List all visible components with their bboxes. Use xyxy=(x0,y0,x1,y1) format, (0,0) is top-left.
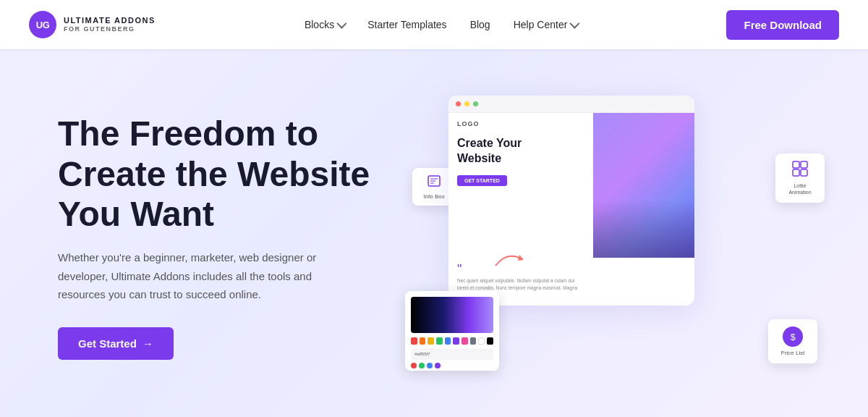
browser-cta-button: GET STARTED xyxy=(457,175,507,186)
circle-blue xyxy=(427,363,433,368)
swatch-red xyxy=(411,337,417,345)
chevron-down-icon xyxy=(336,19,346,29)
color-gradient-preview xyxy=(411,297,493,333)
swatch-yellow xyxy=(427,337,434,345)
circle-green xyxy=(419,363,425,368)
nav-blocks[interactable]: Blocks xyxy=(305,19,344,30)
browser-dot-yellow xyxy=(464,101,469,106)
arrow-decoration xyxy=(492,248,528,269)
price-list-icon: $ xyxy=(783,327,803,347)
color-hex-input[interactable]: #a855f7 xyxy=(411,348,493,360)
browser-dot-red xyxy=(456,101,461,106)
lottie-label: Lottie Animation xyxy=(786,182,814,195)
logo-text: ULTIMATE ADDONS FOR GUTENBERG xyxy=(64,16,156,33)
logo-line2: FOR GUTENBERG xyxy=(64,25,156,33)
color-hex-value: #a855f7 xyxy=(414,352,430,356)
swatch-white xyxy=(478,337,485,345)
color-swatches xyxy=(411,337,493,345)
swatch-black xyxy=(487,337,493,345)
logo[interactable]: UG ULTIMATE ADDONS FOR GUTENBERG xyxy=(29,11,156,38)
site-header: UG ULTIMATE ADDONS FOR GUTENBERG Blocks … xyxy=(0,0,868,49)
nav-starter-templates[interactable]: Starter Templates xyxy=(367,19,446,30)
swatch-gray xyxy=(470,337,477,345)
swatch-purple xyxy=(453,337,459,345)
svg-marker-8 xyxy=(518,255,524,261)
circle-purple xyxy=(435,363,441,368)
browser-mockup: LOGO Home About Blog Contact f Create Yo… xyxy=(448,96,694,306)
browser-dot-green xyxy=(473,101,478,106)
main-nav: Blocks Starter Templates Blog Help Cente… xyxy=(305,19,577,30)
lottie-icon xyxy=(786,161,814,180)
color-circles xyxy=(411,363,493,368)
nav-blog[interactable]: Blog xyxy=(470,19,490,30)
swatch-blue xyxy=(445,337,451,345)
browser-logo: LOGO xyxy=(457,120,480,127)
logo-circle: UG xyxy=(29,11,56,38)
svg-rect-4 xyxy=(793,161,799,168)
circle-red xyxy=(411,363,417,368)
hero-section: The Freedom to Create the Website You Wa… xyxy=(0,49,868,417)
swatch-green xyxy=(436,337,443,345)
price-list-label: Price List xyxy=(778,350,807,356)
nav-help-center[interactable]: Help Center xyxy=(514,19,578,30)
swatch-pink xyxy=(461,337,468,345)
hero-subtitle: Whether you're a beginner, marketer, web… xyxy=(58,248,347,304)
svg-rect-7 xyxy=(801,169,807,176)
logo-line1: ULTIMATE ADDONS xyxy=(64,16,156,25)
hero-illustration: Info Box LOGO Home About Blog xyxy=(405,81,825,385)
hero-content: The Freedom to Create the Website You Wa… xyxy=(58,106,405,359)
info-box-icon xyxy=(421,174,447,191)
info-box-label: Info Box xyxy=(421,193,447,200)
get-started-button[interactable]: Get Started → xyxy=(58,327,174,360)
color-picker-card: #a855f7 xyxy=(405,291,499,371)
free-download-button[interactable]: Free Download xyxy=(726,10,839,40)
lottie-animation-card: Lottie Animation xyxy=(775,153,825,203)
swatch-orange xyxy=(420,337,426,345)
price-list-card: $ Price List xyxy=(768,319,817,363)
browser-hero-image xyxy=(593,113,694,258)
browser-bar xyxy=(448,96,694,113)
chevron-down-icon xyxy=(570,19,580,29)
svg-rect-6 xyxy=(793,169,799,176)
hero-title: The Freedom to Create the Website You Wa… xyxy=(58,114,405,234)
svg-rect-5 xyxy=(801,161,807,168)
